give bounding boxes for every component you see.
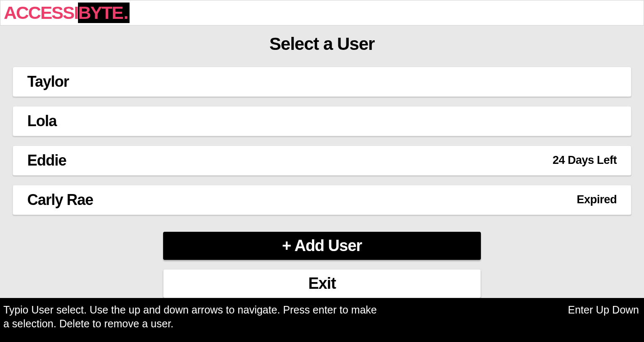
logo-text-part1: ACCESSI (4, 3, 78, 23)
user-list: Taylor Lola Eddie 24 Days Left Carly Rae… (13, 67, 631, 215)
user-status: 24 Days Left (553, 154, 617, 167)
logo-text-part2: BYTE (78, 3, 124, 23)
footer-bar: Typio User select. Use the up and down a… (0, 298, 644, 342)
user-item-taylor[interactable]: Taylor (13, 67, 631, 97)
user-name: Lola (27, 112, 57, 130)
button-group: + Add User Exit (163, 232, 481, 298)
app-logo: ACCESSIBYTE. (4, 3, 130, 23)
user-item-carly-rae[interactable]: Carly Rae Expired (13, 185, 631, 215)
footer-key-hints: Enter Up Down (568, 303, 639, 316)
exit-button[interactable]: Exit (163, 269, 481, 298)
user-status: Expired (576, 193, 617, 206)
add-user-button[interactable]: + Add User (163, 232, 481, 260)
user-name: Eddie (27, 152, 66, 169)
logo-dot: . (124, 3, 130, 23)
page-title: Select a User (270, 34, 375, 54)
user-item-eddie[interactable]: Eddie 24 Days Left (13, 145, 631, 176)
user-name: Taylor (27, 73, 69, 91)
user-item-lola[interactable]: Lola (13, 106, 631, 136)
user-name: Carly Rae (27, 191, 93, 209)
header-bar: ACCESSIBYTE. (0, 0, 644, 26)
footer-help-text: Typio User select. Use the up and down a… (3, 303, 381, 332)
main-content: Select a User Taylor Lola Eddie 24 Days … (0, 26, 644, 298)
